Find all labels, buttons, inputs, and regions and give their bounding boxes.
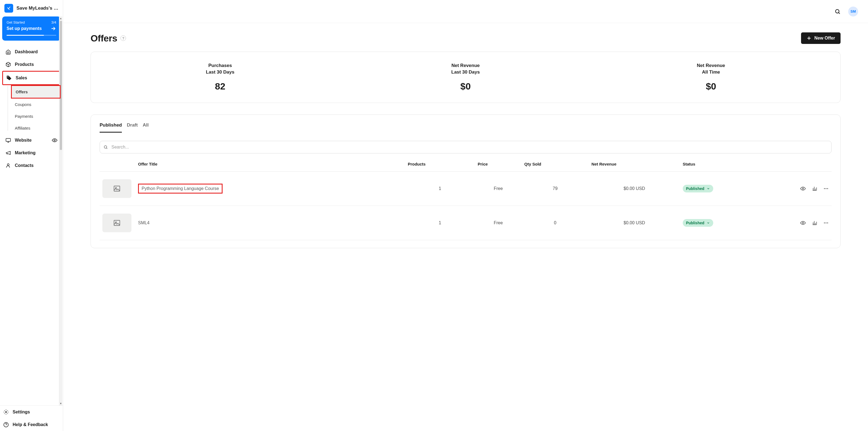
package-icon [5,62,11,67]
eye-icon[interactable] [800,186,806,191]
help-circle-icon[interactable]: ? [121,35,126,41]
sidebar-label: Settings [12,409,60,414]
sidebar-label: Contacts [15,163,57,168]
table-row: Python Programming Language Course 1 Fre… [100,172,832,206]
chevron-down-icon [707,221,710,224]
sidebar-item-marketing[interactable]: Marketing [2,147,61,159]
offer-title-link[interactable]: Python Programming Language Course [142,186,219,191]
svg-rect-0 [6,138,11,142]
sidebar-sub-payments[interactable]: Payments [11,110,61,122]
sidebar-label: Marketing [15,150,57,155]
sidebar-label: Products [15,62,57,67]
chart-icon[interactable] [812,186,817,191]
page-title: Offers [91,33,117,44]
image-placeholder-icon [102,179,131,198]
sidebar-item-products[interactable]: Products [2,58,61,71]
stat-label: Net Revenue [343,63,588,68]
status-label: Published [686,221,705,225]
tab-all[interactable]: All [143,122,149,132]
more-icon[interactable] [823,220,829,226]
cell-qty: 0 [522,206,589,240]
sidebar-item-contacts[interactable]: Contacts [2,159,61,172]
svg-rect-13 [114,220,120,226]
cell-revenue: $0.00 USD [589,206,680,240]
svg-point-1 [54,140,56,141]
avatar[interactable]: SM [848,7,858,17]
eye-icon[interactable] [800,220,806,226]
gear-icon [3,409,9,415]
cell-revenue: $0.00 USD [589,172,680,206]
sidebar-label: Help & Feedback [12,422,60,427]
get-started-label: Get Started [7,20,25,25]
table-row: SML4 1 Free 0 $0.00 USD Published [100,206,832,240]
status-badge[interactable]: Published [683,185,713,192]
tab-draft[interactable]: Draft [127,122,138,132]
stat-sub: All Time [588,69,834,75]
eye-icon[interactable] [52,137,57,143]
megaphone-icon [5,150,11,156]
get-started-action: Set up payments [7,26,42,31]
new-offer-button[interactable]: New Offer [801,32,841,44]
cell-products: 1 [405,172,475,206]
help-icon [3,422,9,427]
new-offer-label: New Offer [814,36,835,41]
svg-point-9 [802,188,804,189]
status-label: Published [686,186,705,191]
cell-price: Free [475,172,522,206]
status-badge[interactable]: Published [683,219,713,227]
svg-point-5 [836,9,839,13]
search-icon [103,145,108,149]
sidebar-item-dashboard[interactable]: Dashboard [2,45,61,58]
sidebar-scrollbar[interactable]: ▲ ▼ [59,17,62,405]
svg-point-18 [827,222,828,223]
stat-revenue-all: Net Revenue All Time $0 [588,63,834,92]
sidebar-item-sales[interactable]: Sales [2,71,61,85]
stats-panel: Purchases Last 30 Days 82 Net Revenue La… [91,52,841,103]
sidebar-sub-offers[interactable]: Offers [12,86,60,98]
sidebar-item-website[interactable]: Website [2,134,61,147]
stat-value: $0 [588,81,834,92]
cell-products: 1 [405,206,475,240]
stat-purchases: Purchases Last 30 Days 82 [97,63,343,92]
tag-icon [6,75,12,81]
home-icon [5,49,11,55]
cell-price: Free [475,206,522,240]
sidebar-label: Sales [16,75,57,81]
get-started-card[interactable]: Get Started 3/4 Set up payments [2,17,61,41]
sidebar-item-help[interactable]: Help & Feedback [0,419,63,431]
sidebar-sub-coupons[interactable]: Coupons [11,98,61,110]
offer-title-link[interactable]: SML4 [138,220,150,225]
chart-icon[interactable] [812,220,817,226]
image-placeholder-icon [102,214,131,232]
more-icon[interactable] [823,186,829,191]
stat-revenue-30: Net Revenue Last 30 Days $0 [343,63,588,92]
offers-table: Offer Title Products Price Qty Sold Net … [100,162,832,240]
svg-point-16 [824,222,825,223]
svg-point-10 [824,188,825,189]
svg-point-3 [5,411,7,413]
get-started-progress: 3/4 [51,20,56,25]
offers-panel: Published Draft All Offer Title [91,115,841,248]
offer-title-highlight: Python Programming Language Course [138,184,222,193]
svg-rect-7 [114,186,120,191]
monitor-icon [5,137,11,143]
sidebar-sub-affiliates[interactable]: Affiliates [11,122,61,134]
cell-qty: 79 [522,172,589,206]
svg-point-6 [104,146,107,148]
svg-point-12 [827,188,828,189]
col-qty: Qty Sold [522,162,589,172]
sidebar-header: Save MyLeads's F… [0,0,63,17]
chevron-down-icon [707,187,710,190]
workspace-title[interactable]: Save MyLeads's F… [17,5,58,11]
progress-bar [7,35,56,36]
col-status: Status [680,162,787,172]
stat-label: Purchases [97,63,343,68]
search-input[interactable] [100,141,832,153]
col-products: Products [405,162,475,172]
plus-icon [807,36,811,41]
sidebar: Save MyLeads's F… ▲ ▼ Get Started 3/4 Se… [0,0,63,431]
search-icon[interactable] [835,8,841,14]
sidebar-item-settings[interactable]: Settings [0,406,63,419]
svg-point-17 [826,222,826,223]
tab-published[interactable]: Published [100,122,122,132]
